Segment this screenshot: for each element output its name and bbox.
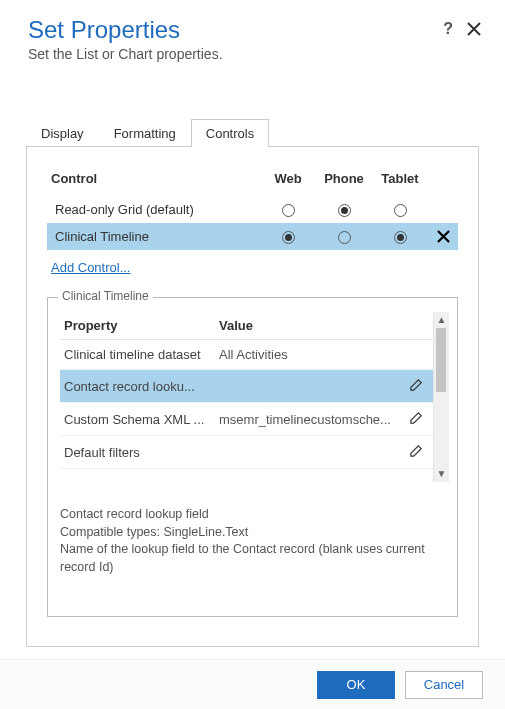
tab-controls[interactable]: Controls <box>191 119 269 147</box>
dialog-subtitle: Set the List or Chart properties. <box>28 46 481 62</box>
property-name: Default filters <box>64 445 219 460</box>
radio-web-readonly[interactable] <box>282 204 295 217</box>
dialog-footer: OK Cancel <box>0 659 505 709</box>
help-line-3: Name of the lookup field to the Contact … <box>60 541 441 576</box>
property-name: Contact record looku... <box>64 379 219 394</box>
property-help-text: Contact record lookup field Compatible t… <box>60 506 449 576</box>
help-icon[interactable]: ? <box>443 20 453 38</box>
radio-phone-clinical[interactable] <box>338 231 351 244</box>
property-value: msemr_timelinecustomsche... <box>219 412 403 427</box>
property-row-contact-lookup[interactable]: Contact record looku... <box>60 370 433 403</box>
ok-button[interactable]: OK <box>317 671 395 699</box>
header-icons: ? <box>443 20 481 38</box>
scrollbar[interactable]: ▲ ▼ <box>433 312 449 482</box>
edit-icon[interactable] <box>403 410 429 428</box>
control-table-header: Control Web Phone Tablet <box>47 167 458 196</box>
close-icon[interactable] <box>467 22 481 36</box>
control-row-clinical-timeline[interactable]: Clinical Timeline <box>47 223 458 250</box>
help-line-1: Contact record lookup field <box>60 506 441 524</box>
tab-display[interactable]: Display <box>26 119 99 147</box>
control-table: Control Web Phone Tablet Read-only Grid … <box>47 167 458 250</box>
control-name: Read-only Grid (default) <box>55 202 260 217</box>
edit-icon[interactable] <box>403 443 429 461</box>
property-row-dataset[interactable]: Clinical timeline dataset All Activities <box>60 340 433 370</box>
radio-tablet-clinical[interactable] <box>394 231 407 244</box>
property-value: All Activities <box>219 347 403 362</box>
col-phone: Phone <box>316 171 372 186</box>
scroll-down-icon[interactable]: ▼ <box>434 466 449 482</box>
controls-panel: Control Web Phone Tablet Read-only Grid … <box>26 147 479 647</box>
property-row-custom-schema[interactable]: Custom Schema XML ... msemr_timelinecust… <box>60 403 433 436</box>
scroll-thumb[interactable] <box>436 328 446 392</box>
radio-web-clinical[interactable] <box>282 231 295 244</box>
col-tablet: Tablet <box>372 171 428 186</box>
control-row-readonly-grid[interactable]: Read-only Grid (default) <box>47 196 458 223</box>
radio-phone-readonly[interactable] <box>338 204 351 217</box>
control-name: Clinical Timeline <box>55 229 260 244</box>
tabs: Display Formatting Controls <box>26 118 479 147</box>
edit-icon[interactable] <box>403 377 429 395</box>
col-property: Property <box>64 318 219 333</box>
help-line-2: Compatible types: SingleLine.Text <box>60 524 441 542</box>
radio-tablet-readonly[interactable] <box>394 204 407 217</box>
properties-scroll: Property Value Clinical timeline dataset… <box>60 312 449 482</box>
col-control: Control <box>51 171 260 186</box>
clinical-timeline-fieldset: Clinical Timeline Property Value Clinica… <box>47 297 458 617</box>
col-web: Web <box>260 171 316 186</box>
add-control-link[interactable]: Add Control... <box>51 260 131 275</box>
cancel-button[interactable]: Cancel <box>405 671 483 699</box>
fieldset-legend: Clinical Timeline <box>58 289 153 303</box>
dialog-title: Set Properties <box>28 16 481 44</box>
property-name: Clinical timeline dataset <box>64 347 219 362</box>
remove-control-icon[interactable] <box>428 230 458 243</box>
properties-body: Property Value Clinical timeline dataset… <box>60 312 433 482</box>
header: Set Properties Set the List or Chart pro… <box>0 0 505 70</box>
tab-formatting[interactable]: Formatting <box>99 119 191 147</box>
col-remove <box>428 171 458 186</box>
dialog: Set Properties Set the List or Chart pro… <box>0 0 505 709</box>
col-value: Value <box>219 318 429 333</box>
property-row-default-filters[interactable]: Default filters <box>60 436 433 469</box>
property-name: Custom Schema XML ... <box>64 412 219 427</box>
scroll-up-icon[interactable]: ▲ <box>434 312 449 328</box>
properties-header: Property Value <box>60 312 433 340</box>
